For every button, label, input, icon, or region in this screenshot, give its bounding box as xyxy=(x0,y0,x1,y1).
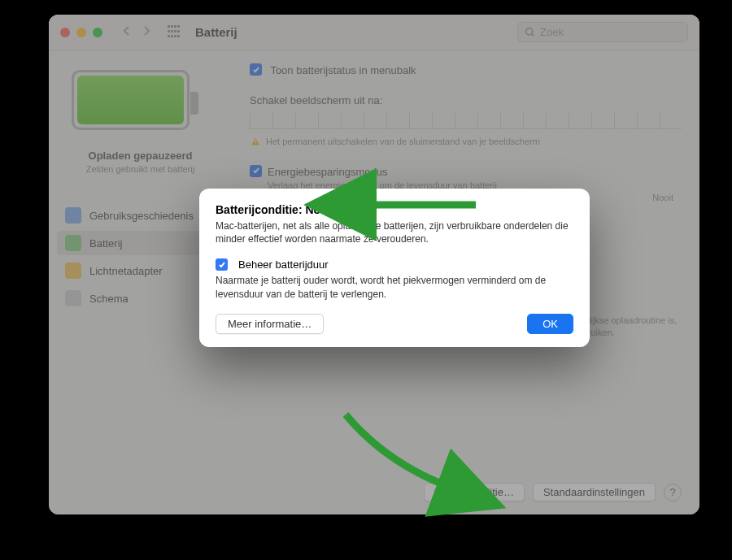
manage-desc: Naarmate je batterij ouder wordt, wordt … xyxy=(216,274,573,300)
ok-button[interactable]: OK xyxy=(527,314,573,334)
checkbox-checked-icon xyxy=(216,258,228,271)
annotation-arrow-top xyxy=(354,189,484,224)
more-info-button[interactable]: Meer informatie… xyxy=(216,314,324,334)
manage-label: Beheer batterijduur xyxy=(238,258,329,271)
manage-battery-row[interactable]: Beheer batterijduur xyxy=(216,258,573,271)
annotation-arrow-bottom xyxy=(338,406,476,507)
